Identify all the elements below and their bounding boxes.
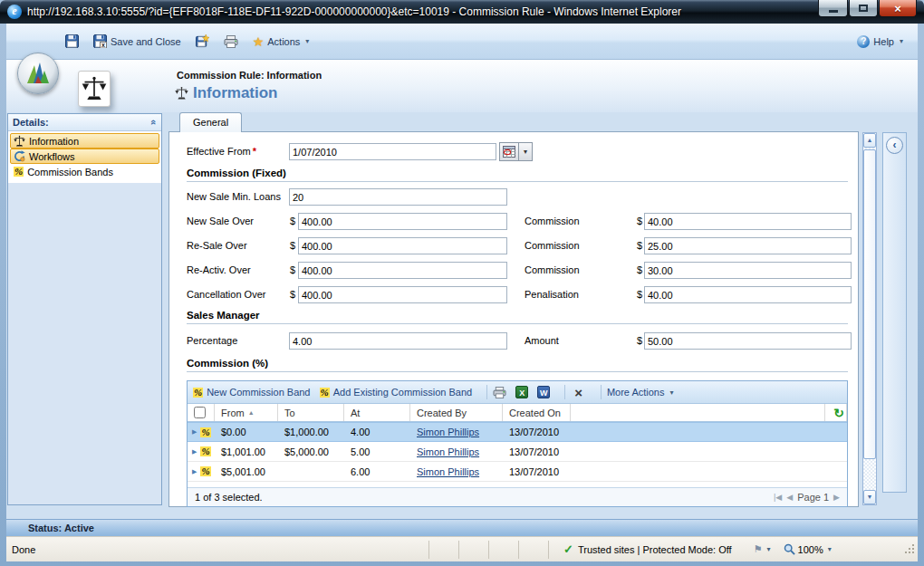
close-icon: × [894, 2, 901, 15]
grid-row-2[interactable]: ▶ % $1,001.00 $5,000.00 5.00 Simon Phill… [188, 442, 847, 462]
sidebar-item-commission-bands[interactable]: % Commission Bands [10, 164, 159, 179]
word-icon: W [537, 386, 550, 398]
title-bar: e http://192.168.3.10:5555/?id={EFF8018F… [0, 0, 924, 24]
zone-flag-icon: ⚑ [754, 543, 763, 555]
zoom-control[interactable]: 100% ▾ [784, 543, 832, 555]
add-existing-commission-band-button[interactable]: % Add Existing Commission Band [320, 387, 473, 398]
first-page-button[interactable]: |◀ [774, 493, 782, 502]
penalisation-input[interactable] [644, 286, 852, 303]
commission-label: Commission [525, 240, 580, 251]
record-status-text: Status: Active [28, 523, 94, 533]
print-icon [224, 35, 238, 48]
export-excel-button[interactable]: X [515, 386, 528, 398]
currency-symbol: $ [637, 216, 642, 226]
delete-button[interactable]: × [571, 385, 586, 400]
field-row-re-sale-over: Re-Sale Over $ Commission $ [169, 237, 860, 256]
toolbar-separator [486, 385, 487, 399]
page-title: Information [175, 84, 278, 102]
scales-icon [14, 135, 25, 148]
column-from[interactable]: From ▲ [215, 404, 278, 421]
field-row-cancellation-over: Cancellation Over $ Penalisation $ [169, 286, 860, 305]
grid-print-button[interactable] [493, 387, 506, 398]
save-and-new-button[interactable] [191, 32, 214, 51]
created-by-link[interactable]: Simon Phillips [417, 466, 479, 477]
penalisation-label: Penalisation [525, 289, 579, 300]
scroll-thumb[interactable] [863, 149, 876, 459]
collapse-chevron-icon[interactable]: « [149, 120, 159, 125]
effective-from-input[interactable] [289, 143, 496, 160]
re-activ-over-input[interactable] [298, 262, 507, 279]
re-sale-over-input[interactable] [298, 237, 507, 254]
help-label: Help [873, 36, 894, 47]
column-to[interactable]: To [278, 404, 344, 421]
collapsed-side-panel: ‹ [882, 132, 907, 493]
amount-input[interactable] [644, 332, 852, 350]
created-by-link[interactable]: Simon Phillips [417, 446, 479, 457]
close-button[interactable]: × [879, 0, 917, 17]
select-all-checkbox[interactable] [194, 407, 206, 418]
new-commission-band-button[interactable]: % New Commission Band [193, 387, 311, 398]
crm-logo-icon [17, 53, 59, 94]
cell-from: $5,001.00 [215, 466, 278, 477]
min-loans-label: New Sale Min. Loans [187, 191, 281, 202]
cell-to: $5,000.00 [278, 446, 344, 457]
zoom-level: 100% [798, 544, 823, 555]
refresh-button[interactable]: ↻ [825, 404, 847, 421]
next-page-button[interactable]: ▶ [833, 493, 840, 502]
column-from-label: From [221, 408, 245, 418]
expand-panel-button[interactable]: ‹ [886, 137, 903, 154]
minimize-button[interactable] [818, 0, 848, 17]
actions-star-icon: ★ [253, 34, 265, 49]
calendar-dropdown-button[interactable]: ▾ [518, 142, 533, 161]
save-button[interactable] [61, 32, 83, 51]
export-word-button[interactable]: W [537, 386, 550, 398]
more-actions-button[interactable]: More Actions ▾ [607, 387, 674, 398]
column-at[interactable]: At [344, 404, 410, 421]
grid-row-3[interactable]: ▶ % $5,001.00 6.00 Simon Phillips 13/07/… [188, 462, 847, 482]
window-title: http://192.168.3.10:5555/?id={EFF8018F-1… [27, 5, 810, 18]
amount-label: Amount [525, 335, 559, 346]
maximize-button[interactable] [849, 0, 878, 17]
row-expander-icon[interactable]: ▶ [192, 428, 197, 436]
scales-icon [82, 75, 107, 102]
percent-icon: % [193, 388, 203, 398]
cell-to: $1,000.00 [278, 427, 344, 437]
column-created-by[interactable]: Created By [410, 404, 503, 421]
sidebar-item-label: Workflows [29, 151, 75, 162]
print-button[interactable] [219, 33, 243, 51]
new-sale-commission-input[interactable] [644, 213, 852, 230]
created-by-link[interactable]: Simon Phillips [417, 427, 479, 437]
sidebar-item-workflows[interactable]: Workflows [10, 149, 159, 164]
actions-dropdown-icon: ▾ [305, 37, 309, 45]
percentage-input[interactable] [289, 332, 507, 350]
page-label: Page 1 [797, 492, 829, 503]
re-activ-commission-input[interactable] [644, 262, 852, 279]
column-created-on[interactable]: Created On [503, 404, 571, 421]
help-button[interactable]: ? Help ▾ [857, 35, 903, 48]
tab-general[interactable]: General [179, 112, 242, 132]
scroll-down-button[interactable]: ▼ [863, 490, 876, 504]
re-sale-commission-input[interactable] [644, 237, 852, 254]
grid-row-1[interactable]: ▶ % $0.00 $1,000.00 4.00 Simon Phillips … [188, 422, 847, 442]
row-expander-icon[interactable]: ▶ [192, 468, 197, 475]
percentage-label: Percentage [187, 335, 237, 346]
vertical-scrollbar[interactable]: ▲ ▼ [862, 132, 877, 505]
security-check-icon: ✓ [563, 542, 573, 556]
save-and-close-button[interactable]: x Save and Close [89, 32, 186, 51]
new-sale-over-input[interactable] [298, 213, 507, 230]
svg-text:x: x [101, 42, 105, 48]
minimize-icon [829, 10, 838, 13]
resize-grip[interactable] [903, 542, 916, 557]
zone-button[interactable]: ⚑ ▾ [754, 543, 771, 555]
cancellation-over-input[interactable] [298, 286, 507, 303]
scroll-up-button[interactable]: ▲ [863, 133, 876, 148]
help-dropdown-icon: ▾ [900, 37, 903, 45]
calendar-button[interactable] [499, 142, 519, 161]
row-expander-icon[interactable]: ▶ [192, 448, 197, 456]
prev-page-button[interactable]: ◀ [786, 493, 793, 502]
min-loans-input[interactable] [289, 188, 507, 206]
sidebar-item-information[interactable]: Information [10, 133, 159, 149]
save-and-close-label: Save and Close [111, 36, 181, 47]
actions-button[interactable]: ★ Actions ▾ [248, 32, 314, 52]
save-icon [65, 34, 79, 48]
